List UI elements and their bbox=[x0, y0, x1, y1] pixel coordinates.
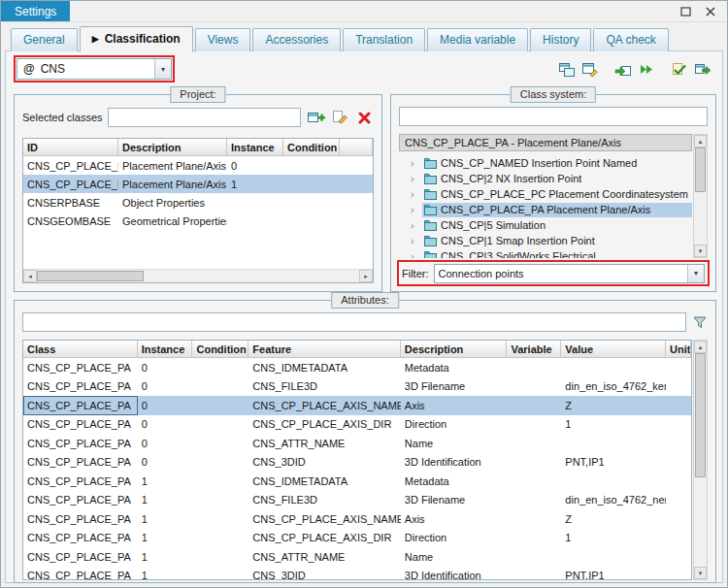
class-folder-icon bbox=[424, 220, 437, 231]
scroll-up-icon[interactable]: ▴ bbox=[694, 135, 707, 147]
project-class-row[interactable]: CNSERPBASE Object Properties bbox=[23, 193, 373, 212]
column-header-description[interactable]: Description bbox=[118, 139, 227, 155]
selected-classes-input[interactable] bbox=[108, 108, 301, 127]
scroll-down-icon[interactable]: ▾ bbox=[694, 567, 707, 579]
scroll-left-icon[interactable]: ◂ bbox=[23, 270, 37, 282]
cell-condition bbox=[192, 396, 248, 415]
attribute-row[interactable]: CNS_CP_PLACE_PA 1 CNS_FILE3D 3D Filename… bbox=[23, 491, 691, 510]
cell-condition bbox=[192, 472, 248, 491]
attribute-row[interactable]: CNS_CP_PLACE_PA 0 CNS_ATTR_NAME Name bbox=[23, 434, 691, 453]
attributes-search-input[interactable] bbox=[22, 312, 686, 332]
class-tree-item[interactable]: › CNS_CP_PLACE_PC Placement Coordinatesy… bbox=[399, 186, 692, 202]
project-horizontal-scrollbar[interactable]: ◂ ▸ bbox=[23, 269, 373, 282]
column-header-feature[interactable]: Feature bbox=[248, 341, 401, 357]
remove-class-icon[interactable] bbox=[354, 109, 374, 126]
column-header-unit[interactable]: Unit bbox=[666, 341, 691, 357]
tab-history[interactable]: History bbox=[530, 28, 591, 51]
scrollbar-track[interactable] bbox=[37, 270, 359, 282]
column-header-description[interactable]: Description bbox=[401, 341, 508, 357]
scroll-down-icon[interactable]: ▾ bbox=[694, 245, 707, 257]
tab-general[interactable]: General bbox=[11, 28, 78, 51]
attributes-vertical-scrollbar[interactable]: ▴ ▾ bbox=[693, 340, 708, 580]
attribute-row[interactable]: CNS_CP_PLACE_PA 0 CNS_CP_PLACE_AXIS_DIR … bbox=[23, 415, 691, 435]
tab-views[interactable]: Views bbox=[195, 28, 251, 51]
apply-icon[interactable] bbox=[691, 58, 714, 80]
column-header-condition[interactable]: Condition bbox=[283, 139, 340, 155]
class-tree-item[interactable]: › CNS_CP_NAMED Insertion Point Named bbox=[399, 155, 692, 171]
tab-classification[interactable]: ▶ Classification bbox=[80, 26, 193, 52]
tab-qa-check[interactable]: QA check bbox=[593, 28, 668, 51]
expand-chevron-icon[interactable]: › bbox=[411, 219, 422, 231]
column-header-class[interactable]: Class bbox=[23, 341, 138, 357]
scrollbar-track[interactable] bbox=[694, 147, 707, 245]
column-header-instance[interactable]: Instance bbox=[138, 341, 193, 357]
filter-dropdown-arrow-icon[interactable]: ▾ bbox=[687, 265, 704, 282]
tab-media-variable[interactable]: Media variable bbox=[427, 28, 528, 51]
tab-translation[interactable]: Translation bbox=[343, 28, 425, 51]
cell-unit bbox=[666, 358, 691, 377]
attribute-row[interactable]: CNS_CP_PLACE_PA 1 CNS_IDMETADATA Metadat… bbox=[23, 472, 691, 491]
tab-accessories[interactable]: Accessories bbox=[252, 28, 341, 51]
scroll-right-icon[interactable]: ▸ bbox=[359, 270, 373, 282]
scroll-up-icon[interactable]: ▴ bbox=[694, 341, 707, 353]
cell-condition bbox=[283, 175, 340, 193]
export-icon[interactable] bbox=[635, 58, 658, 80]
edit-scheme-icon[interactable] bbox=[579, 58, 602, 80]
class-system-search-input[interactable] bbox=[399, 107, 708, 126]
class-tree-item[interactable]: › CNS_CP|1 Smap Insertion Point bbox=[399, 233, 692, 248]
attribute-row[interactable]: CNS_CP_PLACE_PA 0 CNS_IDMETADATA Metadat… bbox=[23, 358, 691, 377]
maximize-icon[interactable] bbox=[678, 5, 692, 18]
class-tree-vertical-scrollbar[interactable]: ▴ ▾ bbox=[693, 134, 708, 258]
column-header-id[interactable]: ID bbox=[23, 139, 118, 155]
import-icon[interactable] bbox=[612, 58, 635, 80]
filter-funnel-icon[interactable] bbox=[692, 315, 708, 330]
attributes-group: Attributes: Class Instance Condition Fea… bbox=[14, 300, 716, 583]
project-class-row[interactable]: CNS_CP_PLACE_PA Placement Plane/Axis 1 bbox=[23, 175, 373, 193]
cell-id: CNS_CP_PLACE_PA bbox=[23, 156, 118, 175]
class-tree-item[interactable]: › CNS_CP|2 NX Insertion Point bbox=[399, 171, 692, 186]
project-class-row[interactable]: CNS_CP_PLACE_PA Placement Plane/Axis 0 bbox=[23, 156, 373, 175]
project-class-row[interactable]: CNSGEOMBASE Geometrical Properties bbox=[23, 212, 373, 230]
column-header-condition[interactable]: Condition bbox=[192, 341, 248, 357]
scrollbar-thumb[interactable] bbox=[695, 147, 706, 192]
column-header-variable[interactable]: Variable bbox=[507, 341, 561, 357]
scheme-select[interactable]: @ CNS ▾ bbox=[17, 58, 172, 80]
scheme-dropdown-arrow-icon[interactable]: ▾ bbox=[154, 59, 171, 79]
scrollbar-thumb[interactable] bbox=[695, 353, 706, 477]
project-classes-table: ID Description Instance Condition CNS_CP… bbox=[22, 138, 374, 283]
expand-chevron-icon[interactable]: › bbox=[411, 235, 422, 246]
cell-feature: CNS_CP_PLACE_AXIS_NAME bbox=[248, 509, 401, 529]
add-class-icon[interactable] bbox=[306, 109, 325, 126]
cell-variable bbox=[508, 415, 562, 435]
cell-variable bbox=[508, 434, 562, 453]
check-icon[interactable] bbox=[668, 58, 691, 80]
cell-condition bbox=[283, 212, 340, 230]
class-tree-item[interactable]: › CNS_CP_PLACE_PA Placement Plane/Axis bbox=[399, 202, 692, 217]
attribute-row[interactable]: CNS_CP_PLACE_PA 1 CNS_CP_PLACE_AXIS_NAME… bbox=[23, 509, 691, 529]
expand-chevron-icon[interactable]: › bbox=[411, 173, 422, 184]
attribute-row[interactable]: CNS_CP_PLACE_PA 1 CNS_3DID 3D Identifica… bbox=[23, 567, 691, 580]
expand-chevron-icon[interactable]: › bbox=[411, 250, 422, 258]
cell-class: CNS_CP_PLACE_PA bbox=[23, 358, 138, 377]
cell-feature: CNS_CP_PLACE_AXIS_NAME bbox=[248, 396, 401, 415]
attribute-row[interactable]: CNS_CP_PLACE_PA 0 CNS_FILE3D 3D Filename… bbox=[23, 377, 691, 397]
scrollbar-track[interactable] bbox=[694, 353, 707, 567]
scrollbar-thumb[interactable] bbox=[37, 271, 144, 281]
attribute-row[interactable]: CNS_CP_PLACE_PA 1 CNS_ATTR_NAME Name bbox=[23, 547, 691, 567]
filter-select[interactable]: Connection points ▾ bbox=[434, 264, 706, 283]
cell-feature: CNS_3DID bbox=[248, 567, 401, 580]
class-tree-item[interactable]: › CNS_CP|3 SolidWorks Electrical bbox=[399, 248, 692, 258]
attribute-row[interactable]: CNS_CP_PLACE_PA 0 CNS_CP_PLACE_AXIS_NAME… bbox=[23, 396, 691, 415]
class-tree-item[interactable]: › CNS_CP|5 Simulation bbox=[399, 217, 692, 233]
column-header-value[interactable]: Value bbox=[561, 341, 666, 357]
attribute-row[interactable]: CNS_CP_PLACE_PA 0 CNS_3DID 3D Identifica… bbox=[23, 453, 691, 473]
new-scheme-icon[interactable] bbox=[555, 58, 579, 80]
expand-chevron-icon[interactable]: › bbox=[411, 157, 422, 169]
column-header-instance[interactable]: Instance bbox=[227, 139, 283, 155]
column-header-filler bbox=[340, 139, 373, 155]
attribute-row[interactable]: CNS_CP_PLACE_PA 1 CNS_CP_PLACE_AXIS_DIR … bbox=[23, 529, 691, 548]
expand-chevron-icon[interactable]: › bbox=[411, 204, 422, 215]
close-icon[interactable] bbox=[704, 5, 717, 18]
expand-chevron-icon[interactable]: › bbox=[411, 188, 422, 200]
edit-class-icon[interactable] bbox=[330, 109, 349, 126]
